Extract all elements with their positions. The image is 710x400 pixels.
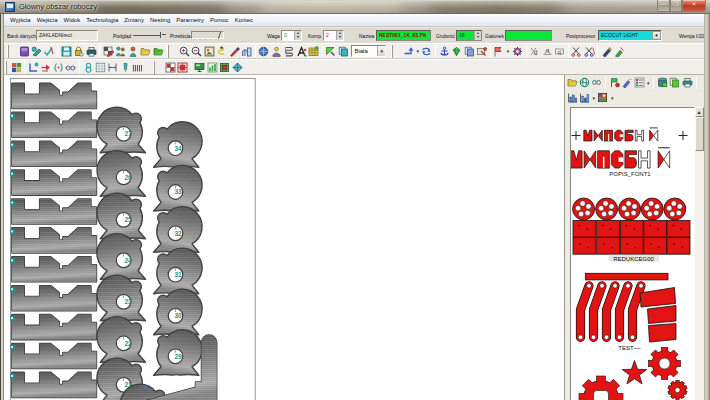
svg-text:24: 24: [124, 257, 132, 264]
svg-text:TEST~~: TEST~~: [618, 345, 641, 351]
svg-text:31: 31: [174, 271, 182, 278]
svg-text:POPIS_FONT1: POPIS_FONT1: [609, 171, 651, 177]
svg-text:28: 28: [140, 384, 148, 391]
svg-text:33: 33: [174, 188, 182, 195]
svg-text:d: d: [534, 48, 538, 55]
svg-text:30: 30: [174, 312, 182, 319]
svg-text:26: 26: [124, 174, 132, 181]
svg-text:21: 21: [124, 381, 132, 388]
svg-text:29: 29: [174, 353, 182, 360]
svg-text:cj: cj: [557, 48, 561, 54]
svg-text:34: 34: [174, 145, 182, 152]
svg-text:25: 25: [124, 216, 132, 223]
svg-text:27: 27: [124, 130, 132, 137]
svg-text:g: g: [546, 47, 549, 53]
svg-text:32: 32: [174, 230, 182, 237]
svg-text:23: 23: [124, 298, 132, 305]
svg-text:22: 22: [124, 340, 132, 347]
svg-text:REDUKCEG00: REDUKCEG00: [613, 256, 654, 262]
